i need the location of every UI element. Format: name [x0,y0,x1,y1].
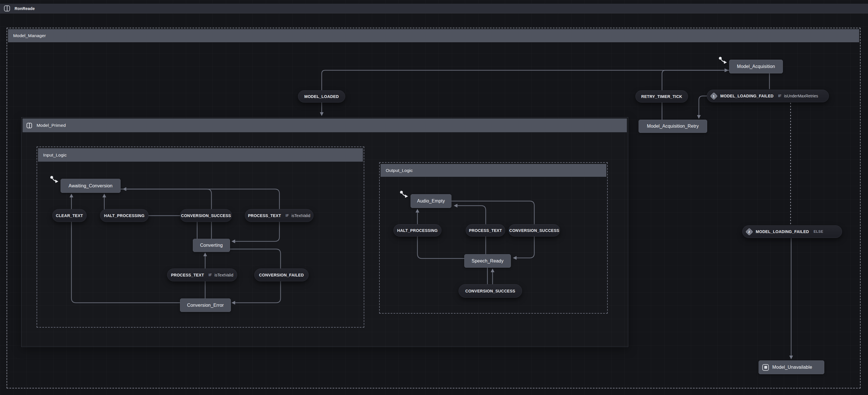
state-model-unavailable[interactable]: Model_Unavailable [758,360,824,374]
event-clear-text[interactable]: CLEAR_TEXT [52,209,87,222]
state-model-acquisition-retry[interactable]: Model_Acquisition_Retry [639,120,707,133]
guard-name: isTextValid [291,213,310,218]
event-retry-timer-tick-label: RETRY_TIMER_TICK [641,94,682,99]
event-model-loaded-label: MODEL_LOADED [304,94,339,99]
state-machine-canvas[interactable]: Model_Manager Model_Primed Input_Logic O… [0,0,868,395]
event-model-loading-failed-else-label: MODEL_LOADING_FAILED [756,229,809,234]
guard-keyword: ELSE [813,230,823,234]
guard-keyword: IF [286,213,289,218]
event-model-loading-failed-else[interactable]: 2 MODEL_LOADING_FAILED ELSE [742,225,842,238]
event-conversion-success-output[interactable]: CONVERSION_SUCCESS [508,224,560,236]
event-halt-processing-output-label: HALT_PROCESSING [397,228,438,233]
state-conversion-error[interactable]: Conversion_Error [180,298,231,312]
machine-title: RonReade [14,6,35,11]
event-conversion-success-input[interactable]: CONVERSION_SUCCESS [180,209,232,222]
event-process-text-output[interactable]: PROCESS_TEXT [466,224,505,236]
final-state-icon [762,364,769,371]
guard-order-badge: 1 [710,92,718,100]
state-awaiting-conversion-label: Awaiting_Conversion [69,184,113,189]
event-process-text-label: PROCESS_TEXT [248,213,281,218]
initial-state-marker-awaiting-conversion [50,176,58,183]
state-audio-empty-label: Audio_Empty [417,198,445,204]
state-model-unavailable-label: Model_Unavailable [772,365,812,370]
initial-state-marker-model-acquisition [719,57,727,64]
state-speech-ready[interactable]: Speech_Ready [464,254,511,268]
state-model-acquisition[interactable]: Model_Acquisition [729,60,783,73]
event-model-loaded[interactable]: MODEL_LOADED [298,90,345,102]
event-process-text-guard-bottom[interactable]: PROCESS_TEXT IF isTextValid [167,268,237,281]
top-toolbar: RonReade [0,4,868,13]
event-clear-text-label: CLEAR_TEXT [56,213,83,218]
state-awaiting-conversion[interactable]: Awaiting_Conversion [61,179,121,193]
event-conversion-failed[interactable]: CONVERSION_FAILED [254,268,309,281]
state-converting-label: Converting [200,243,223,248]
state-audio-empty[interactable]: Audio_Empty [410,194,452,208]
event-conversion-success-self[interactable]: CONVERSION_SUCCESS [459,284,522,298]
event-conversion-failed-label: CONVERSION_FAILED [259,273,304,277]
event-process-text-output-label: PROCESS_TEXT [469,228,502,233]
state-converting[interactable]: Converting [193,239,230,252]
initial-state-marker-audio-empty [400,191,408,198]
event-conversion-success-self-label: CONVERSION_SUCCESS [465,289,516,293]
guard-keyword: IF [778,94,781,98]
split-panels-icon[interactable] [4,5,10,11]
event-process-text-label: PROCESS_TEXT [171,273,204,277]
event-halt-processing-output[interactable]: HALT_PROCESSING [394,224,441,236]
event-conversion-success-input-label: CONVERSION_SUCCESS [181,213,231,218]
event-halt-processing-input[interactable]: HALT_PROCESSING [100,209,149,222]
state-model-acquisition-retry-label: Model_Acquisition_Retry [647,124,699,129]
state-speech-ready-label: Speech_Ready [472,259,504,264]
event-conversion-success-output-label: CONVERSION_SUCCESS [509,228,559,233]
event-process-text-guard-top[interactable]: PROCESS_TEXT IF isTextValid [245,209,313,222]
state-model-acquisition-label: Model_Acquisition [737,64,775,69]
guard-name: isUnderMaxRetries [784,94,818,98]
event-model-loading-failed-if[interactable]: 1 MODEL_LOADING_FAILED IF isUnderMaxRetr… [707,90,829,102]
guard-order-badge: 2 [745,228,753,236]
guard-name: isTextValid [215,273,234,277]
event-halt-processing-input-label: HALT_PROCESSING [104,213,145,218]
event-model-loading-failed-if-label: MODEL_LOADING_FAILED [720,94,773,98]
guard-keyword: IF [209,273,212,277]
event-retry-timer-tick[interactable]: RETRY_TIMER_TICK [636,90,688,102]
state-conversion-error-label: Conversion_Error [187,303,224,308]
